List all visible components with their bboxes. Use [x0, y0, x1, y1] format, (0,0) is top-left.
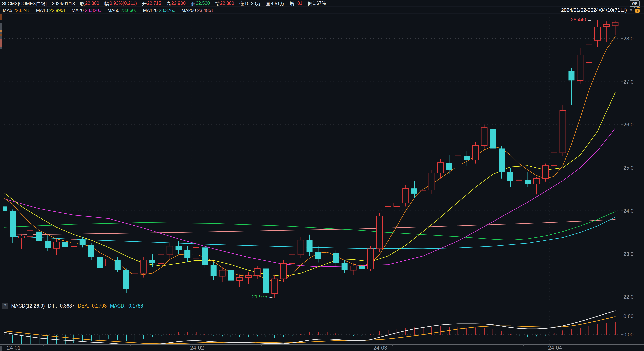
price-tick-label: 26.0 [623, 122, 634, 127]
left-edge-artifact [0, 346, 2, 351]
ma-label: MA60 [107, 8, 119, 13]
low-annotation-value: 21.975 [252, 294, 267, 300]
header-fields: 收22.880幅0.93%(0.211)开22.715高22.900低22.52… [80, 0, 326, 7]
field-value: 22.715 [147, 0, 161, 7]
ma-label: MA5 [3, 8, 12, 13]
help-button[interactable]: ? [2, 303, 8, 309]
field-label: 收 [80, 0, 85, 7]
field-label: 振 [308, 0, 312, 7]
field-label: 增 [290, 0, 294, 7]
low-annotation: 21.975→ [252, 294, 273, 300]
time-axis-label: 24-01 [7, 345, 21, 351]
field-value: 10.20万 [244, 0, 261, 7]
header-field: 仓10.20万 [240, 0, 261, 7]
right-arrow-icon: → [268, 294, 273, 300]
ma-legend-item: MA6023.660↓ [107, 8, 137, 13]
ma-label: MA10 [36, 8, 48, 13]
unlock-icon[interactable] [635, 7, 640, 13]
macd-tick-label: 0.80 [623, 314, 634, 319]
field-label: 幅 [104, 0, 109, 7]
field-value: 0.93%(0.211) [110, 0, 137, 7]
ma-legend-item: MA25023.485↓ [181, 8, 214, 13]
field-label: 低 [191, 0, 195, 7]
ma-legend-item: MA522.624↓ [3, 8, 30, 13]
date-range-text[interactable]: 2024/01/02-2024/04/10(71日) [561, 7, 627, 13]
field-label: 高 [166, 0, 171, 7]
macd-tick-label: 0.00 [623, 332, 634, 337]
left-edge-artifact [0, 39, 2, 47]
ma-legend-item: MA2023.320↓ [72, 8, 101, 13]
wp-monitor-screen: WP [630, 0, 640, 7]
price-tick-label: 25.0 [623, 165, 634, 170]
header-field: 开22.715 [142, 0, 161, 7]
ma-label: MA120 [143, 8, 158, 13]
header-bar: SI.CMX[COMEX白银] 2024/01/18 收22.880幅0.93%… [2, 0, 326, 7]
left-edge-artifact [0, 34, 2, 36]
header-field: 收22.880 [80, 0, 99, 7]
field-label: 量 [266, 0, 270, 7]
ma-label: MA250 [181, 8, 196, 13]
left-edge-artifact [0, 30, 2, 32]
left-edge-artifact [0, 14, 2, 20]
field-label: 开 [142, 0, 146, 7]
field-value: 22.520 [196, 0, 210, 7]
ma-legend-bar: MA522.624↓MA1022.895↓MA2023.320↓MA6023.6… [3, 7, 214, 14]
time-axis-label: 24-03 [374, 345, 387, 351]
header-field: 结22.880 [215, 0, 234, 7]
candles [1, 20, 618, 298]
field-value: 4.51万 [271, 0, 284, 7]
dea-line [4, 317, 615, 344]
field-label: 仓 [240, 0, 244, 7]
ma-value: 22.895↓ [49, 8, 66, 13]
header-field: 低22.520 [191, 0, 210, 7]
header-field: 量4.51万 [266, 0, 284, 7]
field-value: +81 [294, 0, 302, 7]
dea-value: DEA: -0.2793 [78, 303, 107, 309]
price-tick-label: 22.0 [623, 294, 634, 300]
ma-value: 22.624↓ [14, 8, 30, 13]
header-field: 高22.900 [166, 0, 186, 7]
ma-value: 23.320↓ [85, 8, 101, 13]
price-tick-label: 24.0 [623, 208, 634, 214]
right-arrow-icon: → [587, 17, 592, 23]
field-value: 1.67% [313, 0, 326, 7]
dif-value: DIF: -0.3687 [48, 303, 74, 309]
symbol-label: SI.CMX[COMEX白银] [2, 0, 46, 7]
chart-app: SI.CMX[COMEX白银] 2024/01/18 收22.880幅0.93%… [0, 0, 644, 351]
price-tick-label: 23.0 [623, 251, 634, 257]
time-axis-label: 24-02 [190, 345, 204, 351]
header-field: 增+81 [290, 0, 302, 7]
field-value: 22.880 [85, 0, 99, 7]
ma-legend-item: MA12023.376↓ [143, 8, 175, 13]
ma-value: 23.485↓ [197, 8, 214, 13]
time-axis-label: 24-04 [548, 345, 562, 351]
header-field: 振1.67% [308, 0, 326, 7]
date-range-selector[interactable]: 2024/01/02-2024/04/10(71日) ▼ [561, 6, 640, 13]
macd-toolbar: ? MACD(12,26,9) DIF: -0.3687 DEA: -0.279… [2, 302, 143, 310]
macd-value: MACD: -0.1788 [110, 303, 143, 309]
ma-value: 23.660↓ [120, 8, 137, 13]
price-tick-label: 27.0 [623, 79, 634, 84]
macd-title[interactable]: MACD(12,26,9) [11, 303, 45, 309]
high-annotation: 28.440→ [571, 17, 592, 23]
high-annotation-value: 28.440 [571, 17, 586, 23]
header-field: 幅0.93%(0.211) [104, 0, 137, 7]
dropdown-caret-icon[interactable]: ▼ [629, 7, 633, 13]
price-tick-label: 28.0 [623, 36, 634, 41]
ma-label: MA20 [72, 8, 84, 13]
field-value: 22.880 [220, 0, 234, 7]
candlestick-chart[interactable] [0, 0, 644, 351]
header-date: 2024/01/18 [52, 1, 75, 6]
ma-value: 23.376↓ [159, 8, 175, 13]
ma-legend-item: MA1022.895↓ [36, 8, 66, 13]
field-value: 22.900 [172, 0, 186, 7]
field-label: 结 [215, 0, 220, 7]
